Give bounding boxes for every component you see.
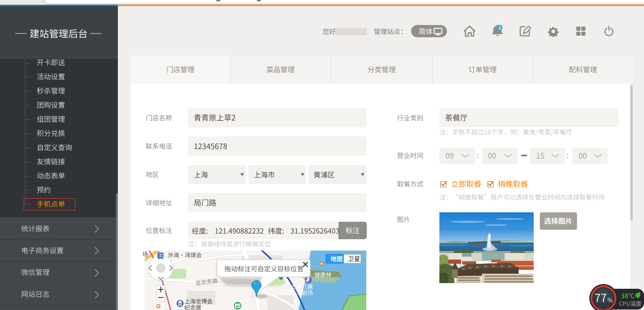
svg-text:2: 2 <box>498 25 501 30</box>
